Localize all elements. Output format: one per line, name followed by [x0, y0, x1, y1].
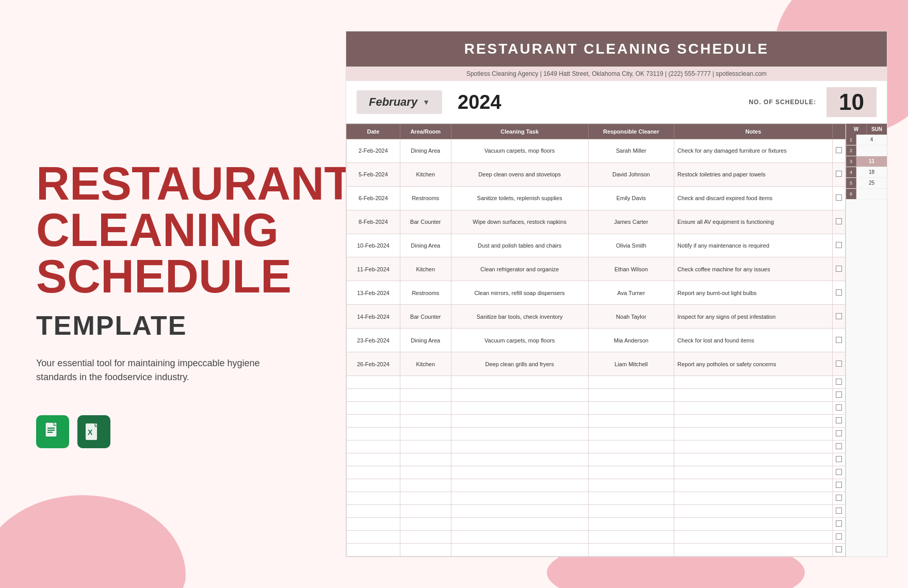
empty-cleaner	[588, 544, 674, 557]
empty-task	[451, 531, 588, 544]
month-selector[interactable]: February ▼	[356, 90, 442, 114]
cell-task: Deep clean grills and fryers	[451, 352, 588, 376]
cal-week-row: 418	[846, 167, 887, 178]
empty-row	[347, 428, 846, 440]
empty-date	[347, 518, 400, 531]
empty-notes	[674, 518, 833, 531]
cell-checkbox[interactable]	[833, 281, 846, 305]
table-row: 11-Feb-2024 Kitchen Clean refrigerator a…	[347, 257, 846, 281]
cell-notes: Restock toiletries and paper towels	[674, 162, 833, 186]
cell-area: Dining Area	[400, 139, 451, 163]
empty-area	[400, 479, 451, 492]
table-row: 2-Feb-2024 Dining Area Vacuum carpets, m…	[347, 139, 846, 163]
cell-checkbox[interactable]	[833, 329, 846, 352]
cell-notes: Check for any damaged furniture or fixtu…	[674, 139, 833, 163]
empty-row	[347, 518, 846, 531]
cell-date: 11-Feb-2024	[347, 257, 400, 281]
google-sheets-icon[interactable]	[36, 415, 69, 448]
cell-notes: Check for lost and found items	[674, 329, 833, 352]
cell-task: Sanitize toilets, replenish supplies	[451, 186, 588, 210]
empty-checkbox[interactable]	[833, 415, 846, 428]
cell-cleaner: David Johnson	[588, 162, 674, 186]
cal-week-number: 4	[846, 167, 856, 177]
cal-day-number[interactable]: 18	[856, 167, 887, 177]
empty-checkbox[interactable]	[833, 531, 846, 544]
empty-checkbox[interactable]	[833, 518, 846, 531]
cell-date: 13-Feb-2024	[347, 281, 400, 305]
empty-row	[347, 544, 846, 557]
excel-icon[interactable]: X	[77, 415, 110, 448]
empty-checkbox[interactable]	[833, 479, 846, 492]
empty-date	[347, 453, 400, 466]
empty-task	[451, 376, 588, 389]
empty-row	[347, 466, 846, 479]
empty-checkbox[interactable]	[833, 492, 846, 505]
cell-date: 23-Feb-2024	[347, 329, 400, 352]
empty-checkbox[interactable]	[833, 440, 846, 453]
empty-checkbox[interactable]	[833, 466, 846, 479]
empty-area	[400, 415, 451, 428]
empty-checkbox[interactable]	[833, 428, 846, 440]
cell-task: Sanitize bar tools, check inventory	[451, 305, 588, 329]
empty-cleaner	[588, 492, 674, 505]
cell-checkbox[interactable]	[833, 352, 846, 376]
empty-row	[347, 376, 846, 389]
col-notes: Notes	[674, 124, 833, 139]
empty-checkbox[interactable]	[833, 505, 846, 518]
empty-area	[400, 389, 451, 402]
cal-week-row: 14	[846, 135, 887, 145]
empty-row	[347, 479, 846, 492]
dropdown-arrow-icon: ▼	[423, 98, 430, 106]
empty-date	[347, 376, 400, 389]
cell-checkbox[interactable]	[833, 139, 846, 163]
cell-area: Restrooms	[400, 186, 451, 210]
cell-cleaner: Sarah Miller	[588, 139, 674, 163]
empty-area	[400, 402, 451, 415]
cell-checkbox[interactable]	[833, 257, 846, 281]
empty-checkbox[interactable]	[833, 402, 846, 415]
cell-date: 8-Feb-2024	[347, 210, 400, 234]
cell-checkbox[interactable]	[833, 234, 846, 257]
empty-task	[451, 492, 588, 505]
empty-notes	[674, 440, 833, 453]
empty-row	[347, 492, 846, 505]
empty-notes	[674, 402, 833, 415]
cal-day-number[interactable]: 25	[856, 178, 887, 188]
cal-day-number[interactable]: 11	[856, 156, 887, 167]
empty-row	[347, 415, 846, 428]
cell-area: Kitchen	[400, 352, 451, 376]
cal-sun-header: SUN	[867, 124, 887, 135]
empty-date	[347, 492, 400, 505]
empty-checkbox[interactable]	[833, 376, 846, 389]
empty-checkbox[interactable]	[833, 453, 846, 466]
svg-rect-4	[47, 432, 53, 433]
cell-checkbox[interactable]	[833, 162, 846, 186]
cal-day-number[interactable]: 4	[856, 135, 887, 145]
cell-area: Restrooms	[400, 281, 451, 305]
cell-checkbox[interactable]	[833, 210, 846, 234]
cell-checkbox[interactable]	[833, 305, 846, 329]
empty-date	[347, 466, 400, 479]
cell-task: Wipe down surfaces, restock napkins	[451, 210, 588, 234]
empty-checkbox[interactable]	[833, 544, 846, 557]
cell-area: Dining Area	[400, 329, 451, 352]
cell-cleaner: Emily Davis	[588, 186, 674, 210]
schedule-count-value: 10	[826, 87, 877, 117]
col-cleaner: Responsible Cleaner	[588, 124, 674, 139]
cell-cleaner: Ethan Wilson	[588, 257, 674, 281]
table-row: 6-Feb-2024 Restrooms Sanitize toilets, r…	[347, 186, 846, 210]
empty-cleaner	[588, 466, 674, 479]
cal-week-number: 5	[846, 178, 856, 188]
calendar-side: W SUN 1423114185256	[846, 124, 887, 557]
cell-notes: Ensure all AV equipment is functioning	[674, 210, 833, 234]
cell-cleaner: Olivia Smith	[588, 234, 674, 257]
month-year-row: February ▼ 2024 NO. OF SCHEDULE: 10	[346, 81, 887, 124]
col-area: Area/Room	[400, 124, 451, 139]
table-row: 8-Feb-2024 Bar Counter Wipe down surface…	[347, 210, 846, 234]
cell-date: 5-Feb-2024	[347, 162, 400, 186]
empty-cleaner	[588, 376, 674, 389]
cell-checkbox[interactable]	[833, 186, 846, 210]
empty-checkbox[interactable]	[833, 389, 846, 402]
empty-notes	[674, 505, 833, 518]
empty-notes	[674, 531, 833, 544]
